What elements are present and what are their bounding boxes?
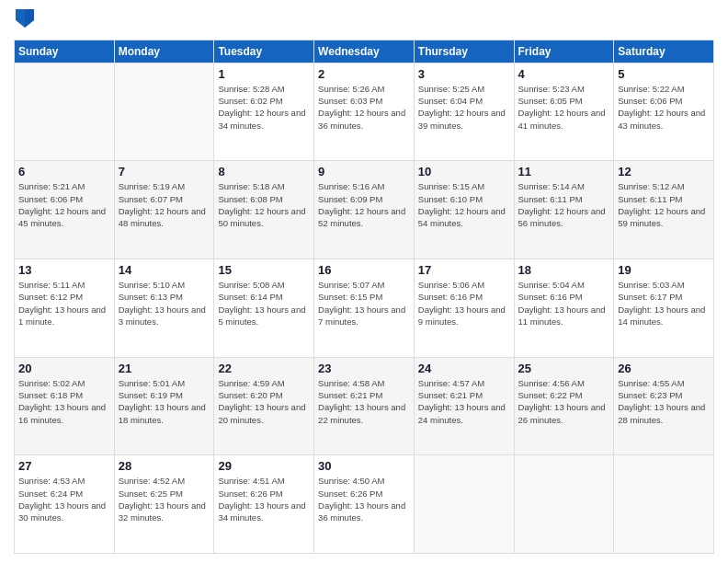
- day-number: 9: [318, 165, 410, 178]
- day-info: Sunrise: 5:02 AMSunset: 6:18 PMDaylight:…: [18, 377, 110, 426]
- calendar-cell: 29Sunrise: 4:51 AMSunset: 6:26 PMDayligh…: [214, 455, 314, 554]
- day-info: Sunrise: 4:58 AMSunset: 6:21 PMDaylight:…: [318, 377, 410, 426]
- calendar-cell: 7Sunrise: 5:19 AMSunset: 6:07 PMDaylight…: [114, 161, 214, 259]
- day-info: Sunrise: 5:15 AMSunset: 6:10 PMDaylight:…: [418, 180, 510, 229]
- day-info: Sunrise: 5:26 AMSunset: 6:03 PMDaylight:…: [318, 83, 410, 132]
- day-info: Sunrise: 4:52 AMSunset: 6:25 PMDaylight:…: [119, 475, 210, 523]
- calendar-cell: [614, 455, 714, 554]
- calendar-cell: 16Sunrise: 5:07 AMSunset: 6:15 PMDayligh…: [314, 259, 415, 358]
- day-number: 25: [518, 362, 610, 375]
- day-number: 16: [318, 263, 410, 277]
- calendar-cell: 13Sunrise: 5:11 AMSunset: 6:12 PMDayligh…: [15, 259, 115, 358]
- day-number: 28: [119, 459, 210, 473]
- day-number: 23: [318, 362, 410, 375]
- day-number: 15: [218, 263, 310, 277]
- day-number: 4: [518, 67, 610, 81]
- calendar-cell: 6Sunrise: 5:21 AMSunset: 6:06 PMDaylight…: [15, 161, 115, 259]
- calendar-cell: 4Sunrise: 5:23 AMSunset: 6:05 PMDaylight…: [514, 63, 614, 161]
- day-number: 12: [618, 165, 710, 178]
- day-info: Sunrise: 5:22 AMSunset: 6:06 PMDaylight:…: [618, 83, 710, 132]
- calendar-cell: 14Sunrise: 5:10 AMSunset: 6:13 PMDayligh…: [114, 259, 214, 358]
- calendar-cell: 22Sunrise: 4:59 AMSunset: 6:20 PMDayligh…: [214, 357, 314, 455]
- day-number: 24: [418, 362, 510, 375]
- day-of-week-header: Sunday: [15, 40, 115, 63]
- day-number: 2: [318, 67, 410, 81]
- day-number: 20: [18, 362, 110, 375]
- day-info: Sunrise: 5:18 AMSunset: 6:08 PMDaylight:…: [218, 180, 310, 229]
- day-number: 22: [218, 362, 310, 375]
- day-number: 7: [119, 165, 210, 178]
- day-info: Sunrise: 5:08 AMSunset: 6:14 PMDaylight:…: [218, 279, 310, 327]
- calendar-cell: 17Sunrise: 5:06 AMSunset: 6:16 PMDayligh…: [414, 259, 514, 358]
- day-number: 5: [618, 67, 710, 81]
- day-number: 21: [119, 362, 210, 375]
- day-info: Sunrise: 5:21 AMSunset: 6:06 PMDaylight:…: [18, 180, 110, 229]
- day-info: Sunrise: 5:14 AMSunset: 6:11 PMDaylight:…: [518, 180, 610, 229]
- calendar-cell: 10Sunrise: 5:15 AMSunset: 6:10 PMDayligh…: [414, 161, 514, 259]
- day-info: Sunrise: 5:07 AMSunset: 6:15 PMDaylight:…: [318, 279, 410, 327]
- calendar-cell: 19Sunrise: 5:03 AMSunset: 6:17 PMDayligh…: [614, 259, 714, 358]
- calendar-cell: 15Sunrise: 5:08 AMSunset: 6:14 PMDayligh…: [214, 259, 314, 358]
- calendar-cell: [514, 455, 614, 554]
- calendar-cell: [414, 455, 514, 554]
- day-info: Sunrise: 5:03 AMSunset: 6:17 PMDaylight:…: [618, 279, 710, 327]
- day-number: 14: [119, 263, 210, 277]
- day-info: Sunrise: 5:25 AMSunset: 6:04 PMDaylight:…: [418, 83, 510, 132]
- day-info: Sunrise: 5:19 AMSunset: 6:07 PMDaylight:…: [119, 180, 210, 229]
- day-number: 8: [218, 165, 310, 178]
- day-info: Sunrise: 5:04 AMSunset: 6:16 PMDaylight:…: [518, 279, 610, 327]
- day-info: Sunrise: 5:16 AMSunset: 6:09 PMDaylight:…: [318, 180, 410, 229]
- day-info: Sunrise: 4:55 AMSunset: 6:23 PMDaylight:…: [618, 377, 710, 426]
- day-of-week-header: Friday: [514, 40, 614, 63]
- day-number: 26: [618, 362, 710, 375]
- day-number: 17: [418, 263, 510, 277]
- calendar-cell: 8Sunrise: 5:18 AMSunset: 6:08 PMDaylight…: [214, 161, 314, 259]
- day-info: Sunrise: 4:50 AMSunset: 6:26 PMDaylight:…: [318, 475, 410, 523]
- day-info: Sunrise: 5:10 AMSunset: 6:13 PMDaylight:…: [119, 279, 210, 327]
- day-number: 29: [218, 459, 310, 473]
- day-of-week-header: Thursday: [414, 40, 514, 63]
- calendar-cell: 18Sunrise: 5:04 AMSunset: 6:16 PMDayligh…: [514, 259, 614, 358]
- day-number: 6: [18, 165, 110, 178]
- day-info: Sunrise: 5:12 AMSunset: 6:11 PMDaylight:…: [618, 180, 710, 229]
- calendar-week-row: 13Sunrise: 5:11 AMSunset: 6:12 PMDayligh…: [15, 259, 714, 358]
- day-of-week-header: Saturday: [614, 40, 714, 63]
- calendar-table: SundayMondayTuesdayWednesdayThursdayFrid…: [14, 40, 714, 554]
- day-number: 30: [318, 459, 410, 473]
- day-info: Sunrise: 5:06 AMSunset: 6:16 PMDaylight:…: [418, 279, 510, 327]
- day-info: Sunrise: 4:56 AMSunset: 6:22 PMDaylight:…: [518, 377, 610, 426]
- day-number: 27: [18, 459, 110, 473]
- day-info: Sunrise: 5:23 AMSunset: 6:05 PMDaylight:…: [518, 83, 610, 132]
- calendar-week-row: 1Sunrise: 5:28 AMSunset: 6:02 PMDaylight…: [15, 63, 714, 161]
- calendar-header-row: SundayMondayTuesdayWednesdayThursdayFrid…: [15, 40, 714, 63]
- calendar-cell: 25Sunrise: 4:56 AMSunset: 6:22 PMDayligh…: [514, 357, 614, 455]
- calendar-cell: 12Sunrise: 5:12 AMSunset: 6:11 PMDayligh…: [614, 161, 714, 259]
- calendar-week-row: 6Sunrise: 5:21 AMSunset: 6:06 PMDaylight…: [15, 161, 714, 259]
- day-number: 1: [218, 67, 310, 81]
- calendar-cell: [15, 63, 115, 161]
- day-number: 18: [518, 263, 610, 277]
- logo: [14, 9, 34, 32]
- calendar-cell: 24Sunrise: 4:57 AMSunset: 6:21 PMDayligh…: [414, 357, 514, 455]
- calendar-cell: 3Sunrise: 5:25 AMSunset: 6:04 PMDaylight…: [414, 63, 514, 161]
- day-number: 19: [618, 263, 710, 277]
- day-number: 10: [418, 165, 510, 178]
- svg-marker-1: [25, 9, 34, 28]
- calendar-cell: 1Sunrise: 5:28 AMSunset: 6:02 PMDaylight…: [214, 63, 314, 161]
- calendar-cell: 26Sunrise: 4:55 AMSunset: 6:23 PMDayligh…: [614, 357, 714, 455]
- day-info: Sunrise: 4:53 AMSunset: 6:24 PMDaylight:…: [18, 475, 110, 523]
- calendar-cell: 21Sunrise: 5:01 AMSunset: 6:19 PMDayligh…: [114, 357, 214, 455]
- day-info: Sunrise: 5:28 AMSunset: 6:02 PMDaylight:…: [218, 83, 310, 132]
- calendar-cell: [114, 63, 214, 161]
- day-info: Sunrise: 5:01 AMSunset: 6:19 PMDaylight:…: [119, 377, 210, 426]
- calendar-cell: 27Sunrise: 4:53 AMSunset: 6:24 PMDayligh…: [15, 455, 115, 554]
- calendar-cell: 2Sunrise: 5:26 AMSunset: 6:03 PMDaylight…: [314, 63, 415, 161]
- calendar-cell: 5Sunrise: 5:22 AMSunset: 6:06 PMDaylight…: [614, 63, 714, 161]
- calendar-week-row: 20Sunrise: 5:02 AMSunset: 6:18 PMDayligh…: [15, 357, 714, 455]
- calendar-cell: 20Sunrise: 5:02 AMSunset: 6:18 PMDayligh…: [15, 357, 115, 455]
- day-info: Sunrise: 4:51 AMSunset: 6:26 PMDaylight:…: [218, 475, 310, 523]
- day-number: 3: [418, 67, 510, 81]
- header: [14, 9, 714, 32]
- calendar-cell: 11Sunrise: 5:14 AMSunset: 6:11 PMDayligh…: [514, 161, 614, 259]
- day-number: 13: [18, 263, 110, 277]
